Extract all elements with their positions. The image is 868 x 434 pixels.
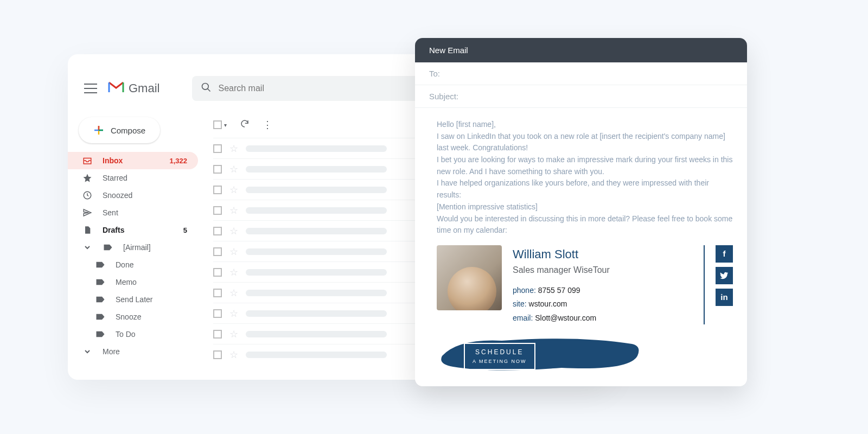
chevron-down-icon — [82, 348, 93, 355]
sidebar-item-snoozed[interactable]: Snoozed — [68, 187, 198, 204]
row-checkbox[interactable] — [213, 206, 222, 215]
more-options-icon[interactable]: ⋮ — [263, 119, 272, 131]
row-checkbox[interactable] — [213, 330, 222, 339]
label-icon — [95, 313, 106, 321]
to-field[interactable]: To: — [415, 62, 747, 85]
sidebar-item-starred[interactable]: Starred — [68, 169, 198, 187]
sidebar-item-label: Sent — [103, 208, 118, 217]
row-checkbox[interactable] — [213, 350, 222, 359]
star-icon[interactable]: ☆ — [229, 287, 238, 299]
mail-skeleton — [246, 228, 387, 234]
row-checkbox[interactable] — [213, 268, 222, 277]
sidebar-item-label: To Do — [116, 330, 136, 339]
star-icon[interactable]: ☆ — [229, 184, 238, 196]
row-checkbox[interactable] — [213, 289, 222, 297]
sidebar-item-drafts[interactable]: Drafts5 — [68, 221, 198, 239]
select-all-checkbox[interactable]: ▾ — [213, 120, 227, 129]
compose-title: New Email — [415, 38, 747, 62]
star-icon[interactable]: ☆ — [229, 163, 238, 175]
mail-skeleton — [246, 187, 387, 193]
clock-icon — [82, 190, 93, 200]
schedule-meeting-button[interactable]: SCHEDULE A MEETING NOW — [464, 343, 535, 371]
send-icon — [82, 208, 93, 218]
row-checkbox[interactable] — [213, 227, 222, 235]
search-input[interactable] — [218, 84, 422, 93]
search-icon — [201, 82, 212, 95]
star-icon — [82, 173, 93, 183]
sidebar-item-label: Snoozed — [103, 191, 132, 200]
sidebar-item-count: 1,322 — [169, 157, 187, 165]
signature-email: email: Slott@wstour.com — [513, 312, 695, 324]
sidebar-sublabel[interactable]: Send Later — [68, 291, 198, 308]
sidebar-sublabel[interactable]: To Do — [68, 326, 198, 343]
search-bar[interactable] — [192, 76, 431, 101]
star-icon[interactable]: ☆ — [229, 308, 238, 320]
twitter-icon[interactable] — [716, 267, 733, 284]
sidebar: Compose Inbox1,322StarredSnoozedSentDraf… — [68, 112, 202, 372]
social-links: f in — [716, 245, 733, 324]
sidebar-item-label: Send Later — [116, 295, 153, 304]
mail-skeleton — [246, 207, 387, 214]
gmail-logo: Gmail — [108, 80, 159, 97]
sidebar-item-label: Starred — [103, 174, 127, 182]
mail-skeleton — [246, 145, 387, 152]
star-icon[interactable]: ☆ — [229, 246, 238, 258]
row-checkbox[interactable] — [213, 144, 222, 153]
refresh-icon[interactable] — [240, 119, 250, 131]
sidebar-sublabel[interactable]: Done — [68, 256, 198, 273]
mail-skeleton — [246, 248, 387, 255]
svg-line-1 — [208, 89, 210, 92]
more-label: More — [103, 347, 120, 356]
sidebar-item-sent[interactable]: Sent — [68, 204, 198, 221]
avatar — [437, 245, 502, 310]
compose-button[interactable]: Compose — [79, 117, 160, 143]
mail-skeleton — [246, 331, 387, 337]
row-checkbox[interactable] — [213, 309, 222, 318]
body-line: [Mention impressive statistics] — [437, 201, 733, 213]
sidebar-item-count: 5 — [183, 226, 187, 234]
label-icon — [103, 244, 113, 251]
inbox-icon — [82, 156, 93, 165]
label-icon — [95, 261, 106, 269]
label-icon — [95, 330, 106, 338]
mail-skeleton — [246, 269, 387, 276]
body-line: Hello [first name], — [437, 119, 733, 131]
sidebar-item-label: Drafts — [103, 226, 124, 234]
compose-window: New Email To: Subject: Hello [first name… — [415, 38, 747, 386]
subject-field[interactable]: Subject: — [415, 85, 747, 108]
menu-icon[interactable] — [84, 84, 97, 93]
facebook-icon[interactable]: f — [716, 245, 733, 263]
row-checkbox[interactable] — [213, 247, 222, 256]
svg-point-0 — [202, 84, 209, 90]
sidebar-item-label: Memo — [116, 278, 137, 286]
label-icon — [95, 296, 106, 303]
star-icon[interactable]: ☆ — [229, 266, 238, 278]
compose-label: Compose — [111, 126, 145, 135]
sidebar-item-label: [Airmail] — [123, 243, 151, 252]
file-icon — [82, 225, 93, 235]
signature-phone: phone: 8755 57 099 — [513, 285, 695, 297]
star-icon[interactable]: ☆ — [229, 143, 238, 155]
body-line: I bet you are looking for ways to make a… — [437, 154, 733, 177]
star-icon[interactable]: ☆ — [229, 205, 238, 216]
body-line: Would you be interested in discussing th… — [437, 213, 733, 237]
row-checkbox[interactable] — [213, 186, 222, 194]
row-checkbox[interactable] — [213, 165, 222, 174]
star-icon[interactable]: ☆ — [229, 349, 238, 361]
cta-banner[interactable]: SCHEDULE A MEETING NOW — [437, 334, 733, 372]
star-icon[interactable]: ☆ — [229, 328, 238, 340]
sidebar-item-more[interactable]: More — [68, 343, 198, 360]
mail-skeleton — [246, 352, 387, 358]
mail-skeleton — [246, 290, 387, 296]
sidebar-item-inbox[interactable]: Inbox1,322 — [68, 152, 198, 169]
compose-body[interactable]: Hello [first name],I saw on LinkedIn tha… — [415, 108, 747, 386]
sidebar-sublabel[interactable]: Snooze — [68, 308, 198, 326]
signature-site: site: wstour.com — [513, 298, 695, 310]
body-line: I have helped organizations like yours b… — [437, 177, 733, 201]
mail-skeleton — [246, 166, 387, 173]
star-icon[interactable]: ☆ — [229, 225, 238, 237]
sidebar-item-airmail[interactable]: [Airmail] — [68, 239, 198, 256]
linkedin-icon[interactable]: in — [716, 289, 733, 306]
sidebar-sublabel[interactable]: Memo — [68, 273, 198, 291]
sidebar-item-label: Snooze — [116, 312, 141, 321]
